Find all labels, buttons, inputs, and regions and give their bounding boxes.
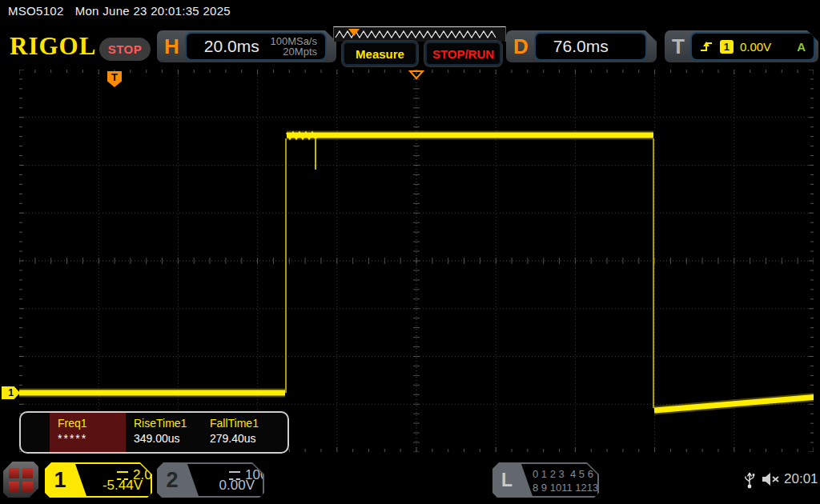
horizontal-panel[interactable]: H 20.0ms 100MSa/s20Mpts — [157, 30, 336, 62]
overview-zigzag — [334, 27, 504, 41]
rising-edge-trigger-icon — [700, 40, 713, 53]
ch1-ground-marker[interactable]: 1 — [2, 386, 20, 399]
measurement-fall-value: 279.40us — [210, 430, 278, 446]
delay-label: D — [506, 34, 534, 59]
measurement-freq-label: Freq1 — [58, 416, 126, 430]
oscilloscope-screen: MSO5102Mon June 23 20:01:35 2025 RIGOL S… — [0, 0, 820, 504]
logic-row2: 8 9 1011 12131415 — [533, 482, 621, 494]
memory-depth: 20Mpts — [283, 46, 317, 58]
measurement-freq[interactable]: Freq1 ***** — [50, 413, 126, 452]
logic-row1: 0 1 2 3 4 5 6 7 — [533, 468, 602, 480]
rigol-logo: RIGOL — [10, 32, 96, 61]
channel2-inner: 100mV 0.00V — [187, 464, 263, 496]
measurement-risetime[interactable]: RiseTime1 349.00us — [126, 413, 202, 452]
trigger-level-value: 0.00V — [740, 40, 771, 54]
stop-run-button[interactable]: STOP/RUN — [425, 42, 501, 66]
ch1-offset: -5.44V — [102, 478, 143, 494]
logic-label: L — [492, 462, 521, 498]
horizontal-ref-marker — [410, 71, 423, 78]
channel1-badge[interactable]: 2.00V -5.44V 1 — [45, 462, 152, 498]
delay-value: 76.0ms — [536, 37, 609, 56]
delay-panel[interactable]: D 76.0ms — [506, 30, 657, 62]
menu-grid-icon — [9, 468, 33, 492]
ch2-number: 2 — [157, 462, 187, 498]
waveform-overview-strip[interactable] — [333, 26, 506, 42]
channel1-inner: 2.00V -5.44V — [75, 464, 151, 496]
trigger-label: T — [665, 34, 690, 59]
timebase-value: 20.0ms — [187, 37, 259, 56]
waveform-display-area — [19, 70, 814, 452]
measurement-rise-label: RiseTime1 — [134, 416, 202, 430]
menu-button[interactable] — [3, 462, 38, 498]
trigger-source-badge: 1 — [720, 40, 734, 54]
acquisition-state-badge[interactable]: STOP — [99, 38, 151, 61]
usb-icon — [743, 470, 756, 490]
measurement-fall-label: FallTime1 — [210, 416, 278, 430]
waveform-trace-ch1 — [19, 70, 814, 452]
sample-rate-depth: 100MSa/s20Mpts — [270, 36, 325, 57]
logic-channels-badge[interactable]: 0 1 2 3 4 5 6 78 9 1011 12131415 L — [492, 462, 599, 498]
measurement-freq-value: ***** — [58, 430, 126, 446]
measurement-falltime[interactable]: FallTime1 279.40us — [202, 413, 278, 452]
logic-channel-list: 0 1 2 3 4 5 6 78 9 1011 12131415 — [521, 464, 597, 496]
trigger-mode: A — [797, 40, 806, 54]
ch2-offset: 0.00V — [219, 478, 255, 494]
channel2-badge[interactable]: 100mV 0.00V 2 — [157, 462, 264, 498]
model-name: MSO5102 — [8, 4, 64, 18]
system-clock: 20:01 — [784, 471, 818, 487]
ch1-number: 1 — [45, 462, 75, 498]
measurement-spacer — [21, 413, 50, 452]
speaker-muted-icon — [761, 470, 782, 488]
datetime: Mon June 23 20:01:35 2025 — [75, 4, 231, 18]
top-status-line: MSO5102Mon June 23 20:01:35 2025 — [8, 4, 231, 18]
trigger-panel[interactable]: T 1 0.00V A — [665, 30, 818, 62]
measurement-results-box[interactable]: Freq1 ***** RiseTime1 349.00us FallTime1… — [19, 411, 289, 454]
measure-button[interactable]: Measure — [343, 42, 417, 66]
measurement-rise-value: 349.00us — [134, 430, 202, 446]
horizontal-label: H — [157, 34, 185, 59]
